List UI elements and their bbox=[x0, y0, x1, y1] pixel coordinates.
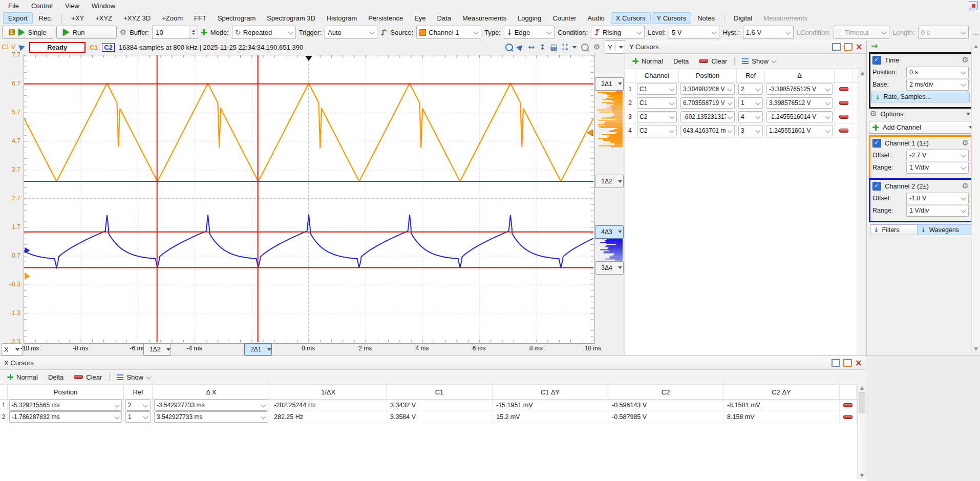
add-delta-cursor-button[interactable]: Delta bbox=[45, 372, 67, 382]
y-cursor-channel-select[interactable]: C1 bbox=[637, 97, 677, 109]
tab-y-cursors[interactable]: Y Cursors bbox=[652, 12, 692, 24]
x-cursor-position-select[interactable]: -1.786287832 ms bbox=[9, 411, 122, 423]
add-mode-icon[interactable] bbox=[201, 29, 207, 35]
dock-icon[interactable] bbox=[832, 359, 840, 367]
tab-data[interactable]: Data bbox=[432, 12, 456, 24]
y-cursor-ref-select[interactable]: 1 bbox=[738, 97, 763, 109]
config-scrollbar[interactable]: ▲ ▼ bbox=[971, 42, 980, 352]
y-cursor-marker-3-4[interactable]: 3Δ4 bbox=[595, 261, 624, 275]
channel2-badge[interactable]: C2 bbox=[102, 43, 115, 52]
remove-cursor-button[interactable] bbox=[835, 110, 853, 123]
hysteresis-select[interactable]: 1.6 V bbox=[743, 26, 794, 39]
level-select[interactable]: 5 V bbox=[669, 26, 720, 39]
dock-icon[interactable] bbox=[832, 43, 841, 51]
clear-cursors-button[interactable]: Clear bbox=[71, 372, 105, 382]
menu-window[interactable]: Window bbox=[87, 1, 120, 11]
run-button[interactable]: Run bbox=[56, 26, 117, 39]
wavegens-button[interactable]: ↓Wavegens bbox=[917, 224, 976, 235]
add-normal-cursor-button[interactable]: Normal bbox=[4, 372, 41, 382]
single-button[interactable]: 1 Single bbox=[2, 26, 53, 39]
tools-caret-icon[interactable] bbox=[572, 46, 577, 49]
y-cursor-delta-select[interactable]: 3.398576512 V bbox=[766, 97, 833, 109]
x-cursor-dx-select[interactable]: 3.542927733 ms bbox=[154, 411, 268, 423]
channel2-gear-icon[interactable]: ⚙ bbox=[962, 182, 969, 190]
tab-histogram[interactable]: Histogram bbox=[322, 12, 362, 24]
tab-spectrogram-3d[interactable]: Spectrogram 3D bbox=[262, 12, 321, 24]
add-delta-cursor-button[interactable]: Delta bbox=[670, 56, 692, 66]
y-cursor-channel-select[interactable]: C2 bbox=[637, 125, 677, 136]
buffer-gear-icon[interactable]: ⚙ bbox=[120, 29, 126, 36]
x-cursor-ref-select[interactable]: 2 bbox=[125, 400, 151, 411]
show-menu-button[interactable]: Show bbox=[739, 56, 779, 66]
scroll-up-icon[interactable]: ▲ bbox=[858, 69, 867, 76]
tab-logging[interactable]: Logging bbox=[513, 12, 546, 24]
y-cursor-marker-4-3[interactable]: 4Δ3 bbox=[595, 225, 624, 239]
channel2-checkbox[interactable] bbox=[872, 182, 881, 191]
scroll-down-icon[interactable]: ▼ bbox=[972, 345, 980, 352]
length-select[interactable]: 0 s bbox=[918, 26, 969, 39]
x-cursors-scrollbar[interactable]: ▲ ▼ bbox=[857, 384, 866, 479]
y-cursor-delta-select[interactable]: -1.2455516014 V bbox=[766, 111, 833, 122]
channel2-offset-select[interactable]: -1.8 V bbox=[906, 193, 969, 204]
close-icon[interactable]: × bbox=[855, 359, 862, 366]
x-cursor-position-select[interactable]: -5.329215565 ms bbox=[9, 400, 122, 411]
trigger-select[interactable]: Auto bbox=[325, 26, 377, 39]
x-cursor-dx-select[interactable]: -3.542927733 ms bbox=[154, 400, 268, 411]
toolbar-overflow-button[interactable]: ... bbox=[972, 29, 979, 36]
y-cursor-ref-select[interactable]: 2 bbox=[738, 83, 763, 95]
channel2-range-select[interactable]: 1 V/div bbox=[906, 205, 969, 217]
tab-xyz[interactable]: +XYZ bbox=[90, 12, 117, 24]
tab-measurements[interactable]: Measurements bbox=[758, 12, 813, 24]
remove-cursor-button[interactable] bbox=[835, 124, 853, 137]
channel1-offset-select[interactable]: -2.7 V bbox=[906, 150, 969, 161]
tab-counter[interactable]: Counter bbox=[547, 12, 581, 24]
tab-measurements[interactable]: Measurements bbox=[457, 12, 512, 24]
y-cursor-ref-select[interactable]: 4 bbox=[738, 111, 763, 122]
tab-xyz-3d[interactable]: +XYZ 3D bbox=[118, 12, 156, 24]
y-cursor-delta-select[interactable]: -3.3985765125 V bbox=[766, 83, 833, 95]
clear-cursors-button[interactable]: Clear bbox=[696, 56, 730, 66]
remove-cursor-button[interactable] bbox=[840, 400, 856, 411]
y-axis-selector[interactable]: Y bbox=[605, 40, 626, 54]
remove-cursor-button[interactable] bbox=[835, 96, 853, 110]
tab-zoom[interactable]: +Zoom bbox=[157, 12, 188, 24]
lcondition-select[interactable]: Timeout bbox=[834, 26, 889, 39]
menu-view[interactable]: View bbox=[60, 1, 84, 11]
tab-spectrogram[interactable]: Spectrogram bbox=[212, 12, 261, 24]
tab-digital[interactable]: Digital bbox=[729, 12, 757, 24]
source-select[interactable]: Channel 1 bbox=[416, 26, 481, 39]
buffer-stepper[interactable]: 10 bbox=[152, 26, 198, 39]
channel-order-icon[interactable]: 1 2 3 4 bbox=[562, 43, 568, 51]
measure-icon[interactable]: ▤ bbox=[550, 43, 558, 51]
channel1-gear-icon[interactable]: ⚙ bbox=[962, 139, 969, 147]
x-cursor-marker-1-2[interactable]: 1Δ2 bbox=[143, 343, 171, 355]
tab-notes[interactable]: Notes bbox=[692, 12, 720, 24]
scroll-up-icon[interactable]: ▲ bbox=[858, 384, 866, 391]
time-gear-icon[interactable]: ⚙ bbox=[962, 56, 969, 64]
scroll-down-icon[interactable]: ▼ bbox=[858, 471, 866, 479]
options-row[interactable]: ⚙ Options bbox=[869, 109, 971, 119]
maximize-icon[interactable] bbox=[843, 359, 852, 367]
y-cursor-ref-select[interactable]: 3 bbox=[738, 125, 763, 136]
scroll-thumb[interactable] bbox=[859, 392, 865, 413]
pointer-icon[interactable] bbox=[517, 43, 525, 51]
zoom-in-icon[interactable] bbox=[505, 44, 513, 51]
scroll-up-icon[interactable]: ▲ bbox=[972, 42, 980, 50]
rate-samples-button[interactable]: ↓Rate, Samples... bbox=[871, 92, 970, 102]
waveform-plot[interactable] bbox=[24, 55, 595, 344]
tab-xy[interactable]: +XY bbox=[66, 12, 89, 24]
y-cursors-scrollbar[interactable]: ▲ bbox=[858, 69, 867, 355]
tab-x-cursors[interactable]: X Cursors bbox=[611, 12, 651, 24]
add-normal-cursor-button[interactable]: Normal bbox=[629, 56, 666, 66]
type-select[interactable]: Edge bbox=[504, 26, 555, 39]
tab-rec[interactable]: Rec. bbox=[34, 12, 58, 24]
y-cursor-position-select[interactable]: -602.135231317 m bbox=[680, 111, 735, 122]
y-cursor-position-select[interactable]: 643.4163701 mV bbox=[680, 125, 735, 136]
remove-cursor-button[interactable] bbox=[835, 82, 853, 96]
time-checkbox[interactable] bbox=[872, 56, 881, 65]
y-cursors-titlebar[interactable]: Y Cursors × bbox=[625, 40, 867, 54]
y-cursor-channel-select[interactable]: C2 bbox=[637, 111, 677, 122]
tab-audio[interactable]: Audio bbox=[583, 12, 610, 24]
fit-width-icon[interactable]: ↔ bbox=[528, 43, 535, 51]
channel1-checkbox[interactable] bbox=[872, 139, 881, 148]
